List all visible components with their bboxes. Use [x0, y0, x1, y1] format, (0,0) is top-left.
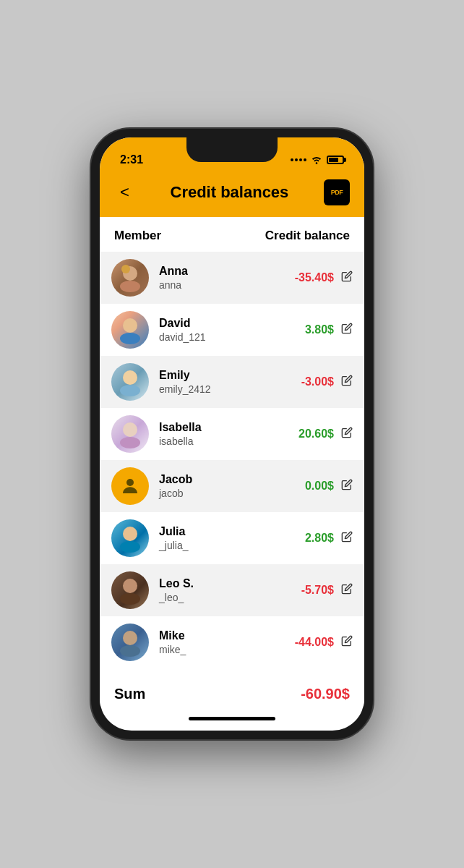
member-username: anna [159, 279, 295, 291]
member-username: david_121 [159, 331, 305, 343]
page-title: Credit balances [171, 183, 289, 202]
member-name: Leo S. [159, 577, 301, 590]
avatar-jacob [111, 467, 149, 505]
avatar-anna [111, 259, 149, 297]
edit-button-isabella[interactable] [341, 427, 353, 441]
member-info: Anna anna [149, 265, 295, 291]
member-column-header: Member [114, 229, 161, 243]
avatar-leo [111, 571, 149, 609]
balance-amount: 2.80$ [305, 532, 334, 545]
balance-amount: -44.00$ [295, 636, 334, 649]
status-time: 2:31 [120, 153, 143, 166]
balance-amount: -3.00$ [301, 375, 334, 388]
home-bar [189, 717, 275, 720]
app-header: < Credit balances PDF [100, 172, 364, 217]
edit-button-david[interactable] [341, 323, 353, 337]
balance-area: -35.40$ [295, 271, 353, 285]
member-row: Julia _julia_ 2.80$ [100, 512, 364, 564]
edit-button-mike[interactable] [341, 635, 353, 650]
pdf-export-button[interactable]: PDF [324, 179, 350, 205]
member-row: Emily emily_2412 -3.00$ [100, 356, 364, 408]
svg-point-7 [123, 422, 137, 437]
member-info: Jacob jacob [149, 473, 305, 499]
balance-column-header: Credit balance [265, 229, 350, 243]
svg-point-11 [120, 541, 140, 553]
member-name: Isabella [159, 421, 298, 434]
svg-point-6 [120, 385, 140, 396]
balance-area: 0.00$ [305, 479, 353, 493]
svg-point-1 [120, 281, 140, 292]
member-username: isabella [159, 435, 298, 447]
avatar-emily [111, 363, 149, 401]
member-name: David [159, 317, 305, 330]
sum-amount: -60.90$ [301, 686, 350, 702]
signal-icon [291, 158, 306, 161]
battery-icon [327, 156, 344, 164]
balance-amount: -35.40$ [295, 271, 334, 284]
svg-point-15 [120, 645, 140, 657]
member-username: _julia_ [159, 540, 305, 551]
edit-button-jacob[interactable] [341, 479, 353, 493]
balance-amount: -5.70$ [301, 584, 334, 597]
balance-amount: 3.80$ [305, 323, 334, 336]
sum-label: Sum [114, 686, 145, 702]
phone-wrapper: 2:31 [0, 0, 464, 868]
svg-point-5 [123, 370, 137, 385]
status-icons [291, 156, 344, 164]
avatar-julia [111, 519, 149, 557]
member-username: jacob [159, 488, 305, 499]
balance-area: 20.60$ [298, 427, 353, 441]
balance-area: -3.00$ [301, 375, 353, 389]
svg-point-13 [120, 593, 140, 605]
phone-screen: 2:31 [100, 137, 364, 731]
edit-button-emily[interactable] [341, 375, 353, 389]
wifi-icon [311, 156, 322, 164]
svg-point-12 [123, 579, 137, 593]
member-info: David david_121 [149, 317, 305, 343]
members-list: Anna anna -35.40$ David david_121 3.80$ [100, 252, 364, 668]
balance-area: 2.80$ [305, 531, 353, 545]
pdf-icon-label: PDF [331, 189, 343, 196]
balance-area: -5.70$ [301, 583, 353, 597]
member-name: Jacob [159, 473, 305, 486]
member-row: Anna anna -35.40$ [100, 252, 364, 304]
svg-point-9 [126, 479, 134, 486]
svg-point-8 [120, 437, 140, 448]
phone-frame: 2:31 [91, 129, 373, 739]
member-name: Mike [159, 629, 295, 642]
avatar-david [111, 311, 149, 349]
member-row: Leo S. _leo_ -5.70$ [100, 564, 364, 616]
edit-button-anna[interactable] [341, 271, 353, 285]
column-headers: Member Credit balance [100, 217, 364, 252]
svg-point-2 [121, 265, 130, 273]
avatar-isabella [111, 415, 149, 453]
edit-button-leo[interactable] [341, 583, 353, 597]
member-row: Jacob jacob 0.00$ [100, 460, 364, 512]
content-area: Member Credit balance Anna anna -35.40$ [100, 217, 364, 706]
member-username: mike_ [159, 644, 295, 655]
balance-area: -44.00$ [295, 635, 353, 650]
svg-point-3 [123, 318, 137, 333]
member-name: Julia [159, 525, 305, 538]
svg-point-14 [123, 631, 137, 645]
member-row: Mike mike_ -44.00$ [100, 616, 364, 668]
member-row: Isabella isabella 20.60$ [100, 408, 364, 460]
member-info: Mike mike_ [149, 629, 295, 655]
sum-row: Sum -60.90$ [100, 668, 364, 706]
back-button[interactable]: < [114, 180, 135, 205]
member-row: David david_121 3.80$ [100, 304, 364, 356]
member-info: Emily emily_2412 [149, 369, 301, 395]
notch [186, 137, 278, 162]
balance-area: 3.80$ [305, 323, 353, 337]
member-username: _leo_ [159, 592, 301, 603]
edit-button-julia[interactable] [341, 531, 353, 545]
member-info: Isabella isabella [149, 421, 298, 447]
svg-point-4 [120, 333, 140, 344]
avatar-mike [111, 624, 149, 661]
balance-amount: 20.60$ [298, 427, 334, 441]
svg-point-10 [123, 527, 137, 541]
balance-amount: 0.00$ [305, 480, 334, 493]
home-indicator [100, 706, 364, 731]
member-name: Emily [159, 369, 301, 382]
member-info: Leo S. _leo_ [149, 577, 301, 603]
